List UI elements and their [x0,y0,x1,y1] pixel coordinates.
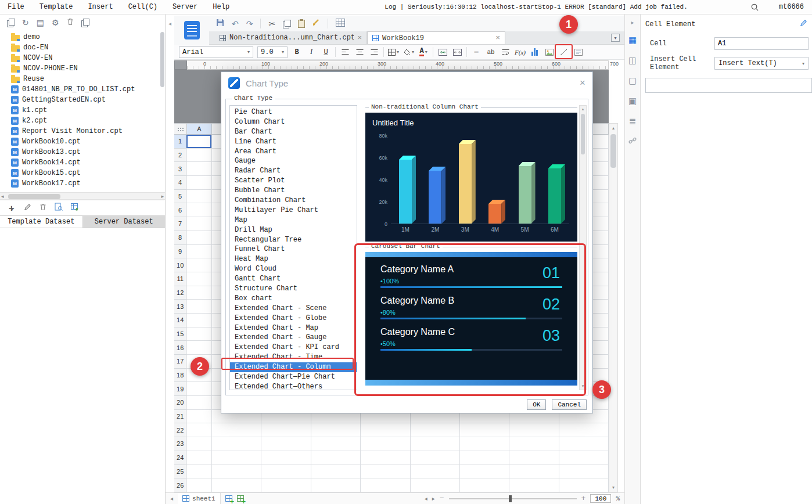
sheet-cell[interactable] [186,478,212,492]
sheet-cell[interactable] [559,451,609,465]
select-all-corner[interactable] [174,123,187,135]
bold-button[interactable]: B [292,46,302,58]
tab-template-dataset[interactable]: Template Dataset [0,216,82,228]
sheet-cell[interactable] [212,437,261,451]
collapse-right-panel-icon[interactable]: ▸ [631,19,634,26]
cell-attributes-panel-icon[interactable]: ◫ [628,55,637,66]
sheet-cell[interactable] [361,465,410,479]
search-button[interactable] [750,3,759,12]
sheet-cell[interactable] [411,465,460,479]
insert-image-button[interactable] [544,46,555,58]
tree-item-ncov-en[interactable]: NCOV-EN [0,53,165,63]
sheet-cell[interactable] [261,465,311,479]
row-header-19[interactable]: 19 [174,382,186,396]
tab-close-icon[interactable]: × [357,34,362,42]
tab-list-button[interactable]: ▾ [611,34,620,42]
sheet-cell[interactable] [460,437,509,451]
row-header-11[interactable]: 11 [174,272,186,286]
merge-cells-button[interactable] [437,46,448,58]
sheet-cell[interactable] [411,478,460,492]
chart-type-option-pie-chart[interactable]: Pie Chart [230,107,357,117]
selected-cell-A1[interactable] [186,135,212,149]
zoom-value-input[interactable] [590,494,611,503]
align-right-button[interactable] [369,46,379,58]
sheet-cell[interactable] [186,149,212,163]
tree-item-workbook17-cpt[interactable]: WorkBook17.cpt [0,178,165,189]
row-header-16[interactable]: 16 [174,341,186,355]
row-header-4[interactable]: 4 [174,176,186,190]
font-color-button[interactable]: A▾ [418,46,429,58]
row-header-10[interactable]: 10 [174,258,186,272]
sheet-cell[interactable] [361,423,410,437]
menu-item-template[interactable]: Template [32,0,81,15]
fill-color-button[interactable]: ▾ [403,46,414,58]
tree-item-workbook13-cpt[interactable]: WorkBook13.cpt [0,147,165,157]
scrollbar-thumb[interactable] [8,194,60,199]
tree-item-workbook10-cpt[interactable]: WorkBook10.cpt [0,136,165,147]
chart-type-option-extended-chart-scene[interactable]: Extended Chart - Scene [230,304,357,314]
sheet-cell[interactable] [559,465,609,479]
sheet-cell[interactable] [411,451,460,465]
chart-type-option-bubble-chart[interactable]: Bubble Chart [230,186,357,196]
cut-icon[interactable]: ✂ [268,19,275,28]
copy-icon[interactable] [283,20,290,28]
data-panel-button[interactable] [174,16,209,45]
tree-horizontal-scrollbar[interactable]: ◂ ▸ [0,192,165,200]
sheet-cell[interactable] [186,423,212,437]
ok-button[interactable]: OK [527,399,546,410]
condition-attributes-panel-icon[interactable]: ≣ [629,116,637,127]
preview-icon[interactable]: ▤ [37,18,44,27]
sheet-cell[interactable] [186,286,212,300]
row-header-7[interactable]: 7 [174,217,186,231]
scroll-down-icon[interactable]: ▾ [609,483,617,492]
chart-type-option-rectangular-tree[interactable]: Rectangular Tree [230,235,357,245]
cell-element-value-input[interactable] [645,78,812,93]
cell-element-panel-icon[interactable]: ▦ [628,35,637,45]
menu-item-server[interactable]: Server [165,0,205,15]
sheet-cell[interactable] [186,410,212,424]
tab-server-dataset[interactable]: Server Dataset [82,216,166,228]
insert-line-button[interactable]: — [471,46,482,58]
insert-chart-button[interactable] [530,46,540,58]
sheet-cell[interactable] [559,423,609,437]
sheet-cell[interactable] [186,341,212,355]
sheet-cell[interactable] [411,437,460,451]
zoom-slider[interactable] [449,495,577,503]
redo-icon[interactable]: ↷ [246,19,253,28]
new-report-icon[interactable] [7,19,15,27]
sheet-cell[interactable] [311,451,361,465]
tree-item-k1-cpt[interactable]: k1.cpt [0,105,165,116]
paste-icon[interactable] [298,20,305,28]
sheet-cell[interactable] [261,423,311,437]
scrollbar-thumb[interactable] [581,114,585,154]
tree-item-gettingstarteden-cpt[interactable]: GettingStartedEN.cpt [0,95,165,105]
sheet-nav-left-icon[interactable]: ◂ [425,495,427,502]
row-header-15[interactable]: 15 [174,327,186,341]
hyperlink-panel-icon[interactable] [628,136,637,147]
insert-textbox-button[interactable] [573,46,584,58]
duplicate-icon[interactable] [81,19,89,27]
add-chart-sheet-button[interactable] [237,495,244,502]
undo-icon[interactable]: ↶ [232,19,239,28]
scroll-right-icon[interactable]: ▸ [161,193,164,199]
row-header-6[interactable]: 6 [174,203,186,217]
row-header-26[interactable]: 26 [174,478,186,492]
chart-type-option-gantt-chart[interactable]: Gantt Chart [230,274,357,284]
sheet-cell[interactable] [212,451,261,465]
row-header-22[interactable]: 22 [174,423,186,437]
batch-edit-dataset-button[interactable] [71,203,79,213]
sheet-tab[interactable]: sheet1 [178,493,221,504]
sheet-cell[interactable] [186,176,212,190]
dialog-header[interactable]: Chart Type × [221,72,592,94]
sheet-cell[interactable] [311,478,361,492]
format-painter-icon[interactable] [312,19,320,28]
scroll-left-icon[interactable]: ◂ [1,193,4,199]
chart-type-option-extended-chart-others[interactable]: Extended Chart—Others [230,382,357,390]
row-header-17[interactable]: 17 [174,355,186,369]
sheet-cell[interactable] [186,451,212,465]
edit-dataset-button[interactable] [24,203,31,213]
preview-dataset-button[interactable] [55,203,63,213]
username-label[interactable]: mt6666 [779,3,804,11]
align-left-button[interactable] [340,46,350,58]
sheet-cell[interactable] [212,423,261,437]
